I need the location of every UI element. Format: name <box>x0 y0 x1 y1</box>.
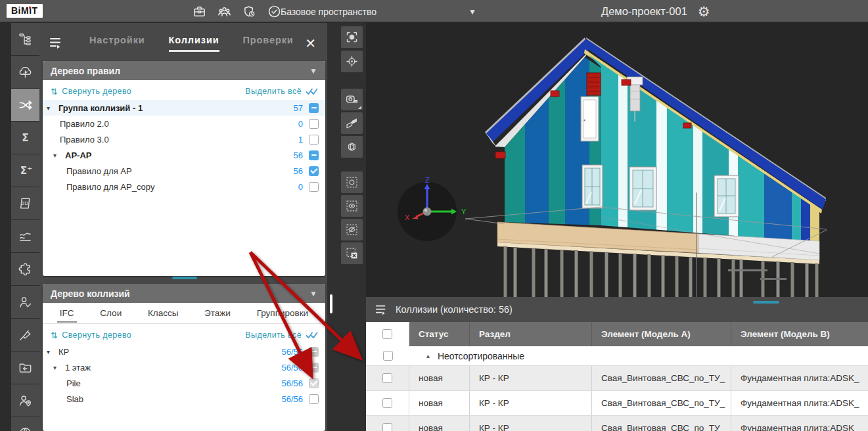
column-element-a[interactable]: Элемент (Модель А) <box>592 322 731 346</box>
sidebar-item-charts[interactable] <box>11 220 39 252</box>
section-box-button[interactable] <box>341 136 363 158</box>
triangle-up-icon[interactable]: ▲ <box>425 353 431 359</box>
tree-item-checkbox[interactable] <box>309 363 319 373</box>
expand-caret-icon[interactable]: ▾ <box>47 104 56 112</box>
tab-settings[interactable]: Настройки <box>89 35 145 52</box>
toolbox-icon[interactable] <box>191 3 208 20</box>
close-icon[interactable]: ✕ <box>305 37 316 50</box>
collapse-tree-link[interactable]: ⇅Свернуть дерево <box>51 330 131 340</box>
ctree-tab-0[interactable]: IFC <box>57 304 77 323</box>
tree-item-checkbox[interactable] <box>309 182 319 192</box>
row-checkbox[interactable] <box>382 398 392 408</box>
sidebar-item-structure-tree[interactable] <box>11 23 39 55</box>
select-all-checkbox[interactable] <box>382 329 392 339</box>
expand-caret-icon[interactable]: ▾ <box>53 152 62 159</box>
sidebar-item-collisions[interactable] <box>11 89 39 121</box>
shield-status-icon[interactable] <box>240 3 258 20</box>
tree-row[interactable]: ▾КР56/56 <box>43 344 325 359</box>
ctree-tab-4[interactable]: Группировки <box>254 304 311 323</box>
show-selection-button[interactable] <box>341 195 363 217</box>
gear-icon[interactable]: ⚙ <box>698 5 710 18</box>
cell-element_a: Свая_Винтовая_СВС_по_ТУ_ <box>592 416 731 431</box>
table-row[interactable]: новаяКР - КРСвая_Винтовая_СВС_по_ТУ_Фунд… <box>366 366 868 391</box>
tree-row[interactable]: ▾Группа коллизий - 157 <box>43 100 325 116</box>
collapse-icon: ⇅ <box>51 87 58 97</box>
table-resize-handle[interactable] <box>753 301 779 304</box>
rules-panel-resize-handle[interactable] <box>172 277 197 279</box>
rules-tree-title: Дерево правил <box>51 66 120 76</box>
row-checkbox[interactable] <box>382 373 392 383</box>
tree-item-checkbox[interactable] <box>309 166 319 176</box>
ctree-tab-2[interactable]: Классы <box>145 304 181 323</box>
sidebar-item-user-location[interactable] <box>11 384 39 417</box>
sidebar-item-plugins[interactable] <box>11 253 39 285</box>
hide-selection-button[interactable] <box>341 219 363 240</box>
rules-tree-header[interactable]: Дерево правил ▼ <box>43 61 325 80</box>
tree-item-checkbox[interactable] <box>309 150 319 160</box>
app-logo[interactable]: BiMiT <box>7 4 43 18</box>
collision-table-header: Коллизии (количество: 56) <box>366 297 868 322</box>
row-checkbox-cell <box>366 416 409 431</box>
tree-menu-icon[interactable] <box>49 35 66 51</box>
tab-collisions[interactable]: Коллизии <box>169 35 219 52</box>
tree-row[interactable]: ▾АР-АР56 <box>43 147 325 163</box>
locate-button[interactable] <box>341 51 363 72</box>
collapse-tree-link[interactable]: ⇅Свернуть дерево <box>51 87 131 97</box>
team-icon[interactable] <box>216 3 233 20</box>
tree-row[interactable]: Правило для АР_copy0 <box>43 179 325 194</box>
table-row[interactable]: новаяКР - КРСвая_Винтовая_СВС_по_ТУ_Фунд… <box>366 391 868 416</box>
left-sidebar: Σ Σ+ 2D <box>0 23 39 431</box>
tree-item-label: АР-АР <box>65 150 91 160</box>
tree-item-checkbox[interactable] <box>309 394 319 404</box>
sidebar-item-sum[interactable]: Σ <box>11 122 39 154</box>
tree-item-label: Правило для АР <box>66 166 132 176</box>
tree-item-checkbox[interactable] <box>309 378 319 388</box>
sidebar-item-globe[interactable] <box>11 417 39 431</box>
ctree-tab-3[interactable]: Этажи <box>202 304 233 323</box>
sidebar-item-model-tree[interactable] <box>11 56 39 88</box>
sidebar-item-user-check[interactable] <box>11 286 39 318</box>
gizmo-x-label: X <box>405 214 410 221</box>
section-plane-button[interactable] <box>341 112 363 134</box>
tree-row[interactable]: Правило 2.00 <box>43 116 325 131</box>
sidebar-item-drawings-2d[interactable]: 2D <box>11 187 39 219</box>
tree-row[interactable]: Slab56/56 <box>43 391 325 407</box>
table-row[interactable]: новаяКР - КРСвая_Винтовая_СВС_по_ТУ_Фунд… <box>366 416 868 431</box>
measure-button[interactable] <box>341 89 363 110</box>
tree-row[interactable]: Pile56/56 <box>43 375 325 391</box>
workspace-selector[interactable]: Базовое пространство ▼ <box>281 0 476 23</box>
group-row[interactable]: ▲ Неотсортированные <box>366 346 868 366</box>
column-element-b[interactable]: Элемент (Модель B) <box>731 322 868 346</box>
panel-scrollbar[interactable] <box>330 294 332 313</box>
collision-rows: новаяКР - КРСвая_Винтовая_СВС_по_ТУ_Фунд… <box>366 366 868 431</box>
tree-item-checkbox[interactable] <box>309 103 319 113</box>
rules-tree-actions: ⇅Свернуть дерево Выделить всё <box>43 83 325 100</box>
sidebar-item-construction[interactable] <box>11 319 39 351</box>
logo-text-2: i <box>29 5 32 16</box>
sidebar-item-sum-add[interactable]: Σ+ <box>11 154 39 187</box>
tree-item-label: Группа коллизий - 1 <box>58 103 143 113</box>
table-menu-icon[interactable] <box>375 303 389 316</box>
tree-item-checkbox[interactable] <box>309 135 319 145</box>
tree-row[interactable]: ▾1 этаж56/56 <box>43 359 325 375</box>
sidebar-item-export-folder[interactable] <box>11 352 39 384</box>
cell-section: КР - КР <box>470 391 592 415</box>
column-status[interactable]: Статус <box>409 322 470 346</box>
tab-checks[interactable]: Проверки <box>243 35 294 52</box>
isolate-selection-button[interactable] <box>341 171 363 193</box>
column-section[interactable]: Раздел <box>470 322 592 346</box>
tree-item-checkbox[interactable] <box>309 347 319 357</box>
collision-tree-header[interactable]: Дерево коллизий ▼ <box>43 284 325 303</box>
group-checkbox[interactable] <box>383 351 393 361</box>
select-all-link[interactable]: Выделить всё <box>245 87 319 96</box>
row-checkbox[interactable] <box>382 423 392 431</box>
clear-selection-button[interactable] <box>341 242 363 264</box>
select-all-link[interactable]: Выделить всё <box>245 330 319 340</box>
tree-item-checkbox[interactable] <box>309 119 319 129</box>
expand-caret-icon[interactable]: ▾ <box>53 364 62 371</box>
ctree-tab-1[interactable]: Слои <box>97 304 124 323</box>
zoom-fit-button[interactable] <box>341 26 363 48</box>
tree-row[interactable]: Правило для АР56 <box>43 163 325 179</box>
expand-caret-icon[interactable]: ▾ <box>47 348 56 355</box>
tree-row[interactable]: Правило 3.01 <box>43 131 325 147</box>
